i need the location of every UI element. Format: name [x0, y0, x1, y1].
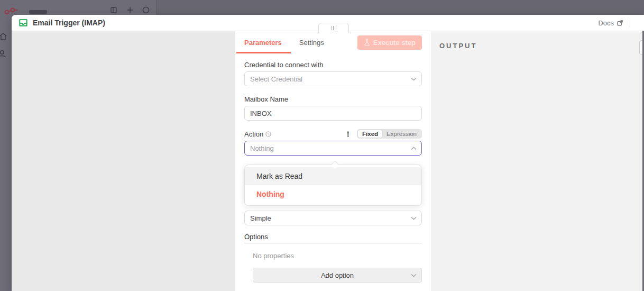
docs-label: Docs: [598, 19, 614, 27]
mailbox-label: Mailbox Name: [244, 95, 422, 103]
flask-icon: [364, 39, 370, 46]
search-icon: [142, 6, 151, 15]
tab-parameters[interactable]: Parameters: [244, 39, 282, 47]
format-select[interactable]: Simple: [244, 211, 422, 225]
action-row: Action ? ⋮ Fixed Expression: [244, 129, 422, 139]
action-label: Action: [244, 130, 263, 138]
tabs-row: Parameters Settings Execute step: [235, 31, 431, 53]
plus-icon: [126, 6, 134, 14]
mailbox-input[interactable]: INBOX: [244, 106, 422, 121]
output-panel-title: OUTPUT: [431, 31, 644, 50]
external-link-icon: [617, 20, 623, 26]
credential-select[interactable]: Select Credential: [244, 71, 422, 86]
svg-text:?: ?: [268, 132, 270, 135]
screen: Email Trigger (IMAP) Docs: [0, 0, 644, 291]
home-icon: [0, 32, 8, 41]
close-button-cutoff[interactable]: [637, 18, 644, 28]
action-select[interactable]: Nothing: [244, 141, 422, 156]
toggle-fixed[interactable]: Fixed: [358, 130, 382, 138]
add-option-button[interactable]: Add option: [253, 268, 422, 283]
grid-icon: [109, 6, 118, 14]
input-panel: [12, 31, 235, 291]
question-circle-icon[interactable]: ?: [265, 131, 271, 137]
chevron-down-icon: [411, 216, 417, 220]
modal-body: Parameters Settings Execute step Credent…: [12, 31, 644, 291]
user-icon: [0, 49, 7, 59]
dropdown-option-mark-as-read[interactable]: Mark as Read: [245, 167, 421, 185]
no-properties-text: No properties: [253, 252, 422, 260]
action-dropdown-menu: Mark as Read Nothing: [244, 165, 422, 206]
node-detail-modal: Email Trigger (IMAP) Docs: [12, 15, 644, 291]
node-title: Email Trigger (IMAP): [33, 19, 105, 27]
workflow-name-remnant: [29, 10, 47, 14]
inbox-icon: [18, 17, 29, 28]
chevron-up-icon: [411, 147, 417, 150]
chevron-down-icon: [411, 77, 417, 81]
toggle-expression[interactable]: Expression: [382, 130, 421, 138]
dropdown-option-nothing[interactable]: Nothing: [245, 185, 421, 203]
vertical-ellipsis-icon[interactable]: ⋮: [345, 131, 352, 138]
n8n-logo: [4, 7, 25, 15]
execute-step-button[interactable]: Execute step: [357, 35, 422, 50]
fixed-expression-toggle[interactable]: Fixed Expression: [357, 129, 422, 139]
output-panel: OUTPUT: [431, 31, 644, 291]
credential-label: Credential to connect with: [244, 61, 422, 69]
options-section-label: Options: [244, 233, 422, 243]
parameters-panel: Parameters Settings Execute step Credent…: [235, 31, 431, 291]
docs-link[interactable]: Docs: [598, 19, 623, 27]
chevron-down-icon: [411, 274, 417, 277]
panel-drag-handle[interactable]: [318, 23, 349, 33]
tab-settings[interactable]: Settings: [299, 39, 324, 47]
background-topbar: [0, 0, 644, 15]
